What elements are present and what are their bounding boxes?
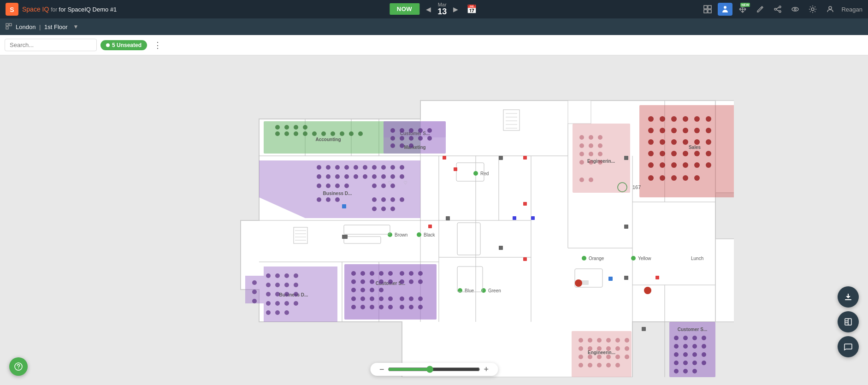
svg-point-56 [294,125,298,130]
black-room-dot [417,232,421,237]
unseated-dot-icon [106,43,110,47]
svg-point-113 [598,143,602,148]
svg-point-161 [266,283,271,287]
zoom-in-button[interactable]: + [480,365,493,373]
now-button[interactable]: NOW [390,3,419,15]
svg-point-140 [648,151,654,156]
move-icon-button[interactable]: NEW [735,3,750,16]
svg-point-157 [266,273,271,278]
svg-point-179 [351,271,356,276]
svg-rect-14 [6,24,8,26]
svg-point-222 [588,346,592,351]
svg-point-159 [284,273,289,278]
svg-point-131 [683,128,688,133]
edit-icon-button[interactable] [753,3,768,16]
svg-point-126 [694,116,700,122]
more-options-button[interactable]: ⋮ [151,38,165,52]
chat-button[interactable] [838,336,859,357]
svg-rect-278 [624,225,628,229]
svg-point-61 [418,128,423,133]
svg-point-128 [648,128,654,133]
orange-room-label: Orange [589,256,604,261]
black-room-label: Black [424,232,435,237]
download-button[interactable] [838,286,859,308]
unseated-filter-button[interactable]: 5 Unseated [100,40,147,50]
svg-point-64 [400,136,404,141]
svg-point-110 [598,135,602,140]
svg-point-80 [344,174,349,179]
svg-point-193 [351,296,356,301]
svg-rect-268 [523,257,527,261]
location-dropdown-button[interactable]: ▼ [71,23,81,31]
seats-icon-button[interactable] [718,3,732,16]
svg-point-226 [625,346,629,351]
settings-icon-button[interactable] [805,3,820,16]
svg-point-138 [694,139,700,145]
zoom-slider[interactable] [388,366,480,373]
svg-point-239 [683,336,688,340]
svg-point-81 [354,174,358,179]
svg-point-153 [660,175,665,181]
share-icon-button[interactable] [770,3,785,16]
floorplan-canvas[interactable]: Accounting Customer S... Marketing [0,55,868,385]
brown-room-label: Brown [395,232,407,237]
svg-rect-271 [513,216,516,220]
svg-point-212 [400,305,404,309]
current-date-display: Mar 13 [437,2,447,17]
svg-point-201 [379,305,384,309]
svg-text:S: S [10,6,14,13]
pencil-icon [756,5,764,13]
svg-point-105 [372,207,377,211]
svg-rect-273 [342,235,348,239]
svg-point-142 [671,151,677,156]
green-room-dot [481,288,486,293]
svg-rect-270 [655,276,659,279]
svg-point-139 [706,139,711,145]
svg-point-186 [370,279,374,284]
floor-plan-small-icon [6,23,12,31]
svg-point-69 [400,143,404,148]
svg-point-242 [674,344,679,349]
svg-point-123 [660,116,665,122]
svg-point-241 [702,336,706,340]
svg-point-231 [615,355,620,359]
svg-point-74 [344,165,349,170]
svg-point-165 [266,292,271,296]
svg-rect-264 [443,156,446,160]
svg-point-133 [706,128,711,133]
svg-point-181 [370,271,374,276]
svg-point-8 [774,8,776,10]
prev-date-button[interactable]: ◀ [423,4,434,15]
svg-rect-3 [708,6,711,9]
next-date-button[interactable]: ▶ [450,4,461,15]
zoom-out-button[interactable]: − [376,365,388,373]
view-icon-button[interactable] [788,3,803,16]
brand-logo-area: S Space IQ for for SpaceIQ Demo #1 [6,3,117,16]
svg-point-233 [579,363,583,367]
svg-rect-272 [531,216,535,220]
svg-point-245 [702,344,706,349]
svg-point-98 [372,184,377,188]
svg-point-148 [671,162,677,168]
user-profile-button[interactable] [823,3,838,15]
svg-point-111 [579,143,584,148]
svg-rect-16 [6,27,8,29]
floorplan-svg: Accounting Customer S... Marketing [135,64,734,377]
svg-point-202 [388,305,393,309]
building-name: London [16,24,35,30]
engineering2-area[interactable] [572,331,632,377]
svg-rect-274 [446,216,450,220]
svg-point-70 [409,143,413,148]
book-button[interactable] [838,311,859,332]
svg-point-250 [674,361,679,365]
topbar-actions: NEW [700,3,862,16]
svg-point-164 [294,283,298,287]
calendar-icon-button[interactable]: 📅 [465,2,478,16]
svg-point-230 [606,355,611,359]
help-button[interactable] [9,357,28,376]
date-day-label: 13 [437,7,447,17]
floorplan-icon-button[interactable] [700,3,715,16]
svg-point-144 [694,151,700,156]
search-input[interactable] [5,39,97,51]
svg-rect-280 [642,327,646,331]
